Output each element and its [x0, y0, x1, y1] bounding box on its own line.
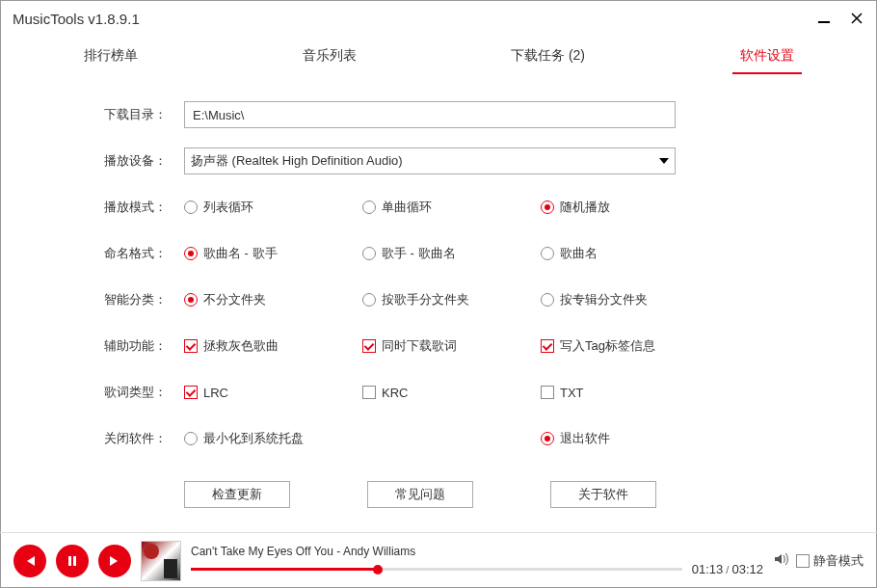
radio-icon [362, 293, 376, 307]
radio-icon [184, 293, 198, 307]
checkbox-option[interactable]: LRC [184, 386, 362, 400]
progress-slider[interactable] [191, 568, 682, 571]
option-label: 按歌手分文件夹 [382, 291, 469, 308]
progress-knob [373, 565, 383, 575]
radio-icon [184, 432, 198, 445]
radio-option[interactable]: 歌曲名 - 歌手 [184, 245, 362, 262]
checkbox-icon [184, 386, 198, 399]
radio-icon [184, 200, 198, 214]
radio-option[interactable]: 随机播放 [541, 199, 719, 216]
svg-rect-2 [73, 556, 76, 566]
checkbox-icon [184, 339, 198, 353]
option-label: 歌手 - 歌曲名 [382, 245, 456, 262]
radio-option[interactable]: 不分文件夹 [184, 291, 362, 308]
checkbox-option[interactable]: 写入Tag标签信息 [541, 337, 719, 355]
svg-rect-1 [68, 556, 71, 566]
action-button[interactable]: 关于软件 [550, 481, 656, 508]
smart-sort-label: 智能分类： [40, 291, 184, 308]
checkbox-option[interactable]: KRC [362, 386, 541, 400]
radio-icon [541, 432, 554, 445]
option-label: KRC [382, 386, 408, 400]
action-button[interactable]: 常见问题 [367, 481, 473, 508]
option-label: 按专辑分文件夹 [560, 291, 648, 308]
mute-label: 静音模式 [813, 552, 864, 570]
tab-downloads[interactable]: 下载任务 (2) [438, 36, 657, 73]
prev-button[interactable] [13, 545, 46, 577]
mute-checkbox[interactable]: 静音模式 [796, 552, 864, 570]
radio-option[interactable]: 列表循环 [184, 199, 362, 216]
time-display: 01:13 / 03:12 [692, 562, 763, 576]
radio-icon [541, 293, 554, 307]
name-format-label: 命名格式： [40, 245, 184, 262]
radio-option[interactable]: 按歌手分文件夹 [362, 291, 541, 308]
option-label: 单曲循环 [382, 199, 432, 216]
tab-music-list[interactable]: 音乐列表 [220, 36, 438, 73]
radio-option[interactable]: 单曲循环 [362, 199, 541, 216]
radio-icon [184, 247, 198, 260]
play-device-label: 播放设备： [40, 152, 184, 170]
radio-icon [362, 200, 376, 214]
play-device-select[interactable]: 扬声器 (Realtek High Definition Audio) [184, 147, 676, 174]
action-button[interactable]: 检查更新 [184, 481, 290, 508]
next-button[interactable] [98, 545, 131, 577]
helpers-label: 辅助功能： [40, 337, 184, 355]
download-dir-label: 下载目录： [40, 106, 184, 123]
titlebar: MusicTools v1.8.9.1 [1, 1, 876, 36]
checkbox-icon [541, 339, 554, 353]
option-label: 最小化到系统托盘 [203, 430, 304, 447]
tab-ranking[interactable]: 排行榜单 [1, 36, 220, 73]
checkbox-icon [362, 386, 376, 399]
chevron-down-icon [659, 158, 669, 164]
option-label: 退出软件 [560, 430, 610, 447]
album-art [141, 541, 181, 581]
option-label: 写入Tag标签信息 [560, 337, 655, 355]
main-tabs: 排行榜单 音乐列表 下载任务 (2) 软件设置 [1, 36, 876, 74]
tab-settings[interactable]: 软件设置 [657, 36, 876, 73]
mute-check-icon [796, 554, 810, 568]
checkbox-icon [541, 386, 554, 399]
checkbox-icon [362, 339, 376, 353]
option-label: 列表循环 [203, 199, 253, 216]
volume-icon[interactable] [773, 551, 788, 570]
window-title: MusicTools v1.8.9.1 [13, 11, 140, 27]
option-label: TXT [560, 386, 584, 400]
lyric-type-label: 歌词类型： [40, 384, 184, 401]
track-title: Can't Take My Eyes Off You - Andy Willia… [191, 545, 763, 558]
radio-option[interactable]: 歌手 - 歌曲名 [362, 245, 541, 262]
progress-fill [191, 568, 378, 571]
settings-panel: 下载目录： 播放设备： 扬声器 (Realtek High Definition… [1, 74, 876, 508]
download-dir-input[interactable] [184, 101, 676, 128]
checkbox-option[interactable]: TXT [541, 386, 719, 400]
option-label: 不分文件夹 [203, 291, 266, 308]
minimize-button[interactable] [816, 11, 832, 26]
option-label: 歌曲名 - 歌手 [203, 245, 278, 262]
radio-icon [362, 247, 376, 260]
option-label: LRC [203, 386, 228, 400]
play-mode-label: 播放模式： [40, 199, 184, 216]
option-label: 拯救灰色歌曲 [203, 337, 279, 355]
option-label: 同时下载歌词 [382, 337, 457, 355]
option-label: 歌曲名 [560, 245, 598, 262]
svg-rect-0 [818, 21, 830, 23]
checkbox-option[interactable]: 同时下载歌词 [362, 337, 541, 355]
option-label: 随机播放 [560, 199, 610, 216]
radio-option[interactable]: 歌曲名 [541, 245, 719, 262]
player-bar: Can't Take My Eyes Off You - Andy Willia… [0, 532, 877, 588]
radio-icon [541, 247, 554, 260]
pause-button[interactable] [56, 545, 89, 577]
radio-option[interactable]: 退出软件 [541, 430, 719, 447]
close-action-label: 关闭软件： [40, 430, 184, 447]
radio-icon [541, 200, 554, 214]
radio-option[interactable]: 按专辑分文件夹 [541, 291, 719, 308]
checkbox-option[interactable]: 拯救灰色歌曲 [184, 337, 362, 355]
radio-option[interactable]: 最小化到系统托盘 [184, 430, 541, 447]
play-device-value: 扬声器 (Realtek High Definition Audio) [191, 152, 403, 170]
close-button[interactable] [849, 11, 864, 26]
